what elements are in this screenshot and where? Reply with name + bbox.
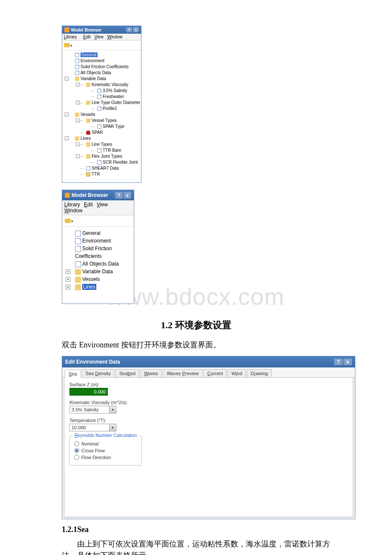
- tab-sea[interactable]: Sea: [65, 370, 81, 378]
- collapse-icon[interactable]: -: [76, 83, 80, 87]
- radio-nominal[interactable]: Nominal: [74, 441, 137, 446]
- radio-icon: [74, 455, 79, 460]
- menu-library[interactable]: Library: [64, 35, 80, 39]
- kinematic-viscosity-combo[interactable]: 3.5% Salinity ▼: [69, 406, 116, 413]
- tab-sea-density[interactable]: Sea Density: [82, 369, 115, 377]
- edit-environment-data-window: Edit Environment Data ? x Sea Sea Densit…: [62, 356, 355, 519]
- tree-item-spar[interactable]: SPAR: [80, 130, 139, 136]
- tree-item-kinematic-viscosity[interactable]: -Kinematic Viscosity 3.5% Salinity Fresh…: [80, 82, 139, 100]
- close-button[interactable]: x: [124, 192, 131, 199]
- surface-z-label: Surface Z (m):: [69, 382, 348, 387]
- folder-icon: [75, 269, 81, 275]
- tree-item-variable-data[interactable]: -Variable Data -Kinematic Viscosity 3.5%…: [69, 76, 139, 112]
- tree-item-variable-data[interactable]: +Variable Data: [66, 268, 131, 275]
- window-title: Model Browser: [72, 192, 108, 198]
- tree-item-line-types[interactable]: -Line Types TTR Bare: [80, 142, 139, 153]
- tree-item-line-type-outer[interactable]: -Line Type Outer Diameter Profile1: [80, 100, 139, 112]
- temperature-value: 10.000: [70, 424, 109, 431]
- tree-item-all-objects[interactable]: All Objects Data: [66, 260, 131, 268]
- window-title: Model Browser: [71, 28, 102, 32]
- tree-item-general[interactable]: General: [66, 229, 131, 237]
- tree-item-spar-type[interactable]: SPAR Type: [91, 124, 139, 130]
- collapse-icon[interactable]: -: [76, 101, 80, 104]
- toolbar: [62, 40, 141, 50]
- radio-cross-flow[interactable]: Cross Flow: [74, 448, 137, 453]
- model-browser-window-expanded: Model Browser ? x Library Edit View Wind…: [62, 26, 141, 183]
- window-titlebar[interactable]: Model Browser ? x: [62, 26, 141, 34]
- collapse-icon[interactable]: -: [65, 136, 69, 140]
- tab-drawing[interactable]: Drawing: [247, 369, 271, 377]
- close-button[interactable]: x: [133, 27, 139, 32]
- doc-icon: [75, 71, 79, 75]
- tree-item-all-objects[interactable]: All Objects Data: [69, 70, 139, 76]
- tab-wind[interactable]: Wind: [228, 369, 246, 377]
- temperature-combo[interactable]: 10.000 ▼: [69, 424, 116, 431]
- tree-item-profile1[interactable]: Profile1: [91, 106, 139, 112]
- collapse-icon[interactable]: -: [76, 142, 80, 146]
- window-titlebar[interactable]: Model Browser ? x: [62, 190, 134, 200]
- collapse-icon[interactable]: -: [65, 113, 69, 116]
- open-folder-icon[interactable]: [64, 43, 70, 47]
- help-button[interactable]: ?: [126, 27, 132, 32]
- tree-item-ttr[interactable]: TTR: [80, 171, 139, 177]
- surface-z-input[interactable]: 0.000: [69, 388, 108, 396]
- tab-waves[interactable]: Waves: [140, 369, 162, 377]
- tab-sea-body: Surface Z (m): 0.000 Kinematic Viscosity…: [64, 378, 353, 517]
- tree-item-freshwater[interactable]: Freshwater: [91, 94, 139, 100]
- tree-item-environment[interactable]: Environment: [69, 58, 139, 64]
- menu-view[interactable]: View: [94, 35, 104, 39]
- collapse-icon[interactable]: -: [76, 119, 80, 122]
- collapse-icon[interactable]: -: [76, 154, 80, 158]
- tree-item-vessels[interactable]: -Vessels -Vessel Types SPAR Type SPAR: [69, 112, 139, 136]
- expand-icon[interactable]: +: [66, 277, 70, 282]
- tree-item-general[interactable]: General: [69, 52, 139, 58]
- menu-view[interactable]: View: [97, 202, 108, 208]
- window-titlebar[interactable]: Edit Environment Data ? x: [62, 356, 355, 367]
- menu-edit[interactable]: Edit: [84, 202, 93, 208]
- chevron-down-icon[interactable]: ▼: [109, 406, 116, 413]
- doc-icon: [97, 107, 101, 111]
- help-button[interactable]: ?: [334, 358, 343, 365]
- tree-item-solid-friction[interactable]: Solid Friction Coefficients: [66, 245, 131, 260]
- menu-library[interactable]: Library: [64, 202, 80, 208]
- menu-window[interactable]: Window: [64, 208, 83, 214]
- collapse-icon[interactable]: -: [65, 77, 69, 81]
- kinematic-viscosity-value: 3.5% Salinity: [70, 406, 109, 413]
- tree-item-salinity[interactable]: 3.5% Salinity: [91, 88, 139, 94]
- menubar: Library Edit View Window: [62, 200, 134, 215]
- tree-item-vessels[interactable]: +Vessels: [66, 275, 131, 283]
- doc-icon: [75, 261, 81, 267]
- tab-current[interactable]: Current: [204, 369, 227, 377]
- menu-edit[interactable]: Edit: [83, 35, 90, 39]
- tree-item-ttr-bare[interactable]: TTR Bare: [91, 147, 139, 153]
- menu-window[interactable]: Window: [107, 35, 123, 39]
- open-folder-icon[interactable]: [65, 219, 71, 223]
- doc-icon: [97, 160, 101, 165]
- folder-icon: [75, 77, 79, 81]
- radio-flow-direction[interactable]: Flow Direction: [74, 455, 137, 460]
- tab-waves-preview[interactable]: Waves Preview: [163, 369, 202, 377]
- temperature-label: Temperature (°T):: [69, 418, 348, 423]
- close-button[interactable]: x: [343, 358, 352, 365]
- subsection-body: 由上到下可依次设置海平面位置，运动粘性系数，海水温度，雷诺数计算方法，具体如下面…: [62, 538, 330, 555]
- radio-icon: [74, 441, 79, 446]
- tree-item-lines[interactable]: +Lines: [66, 283, 131, 291]
- help-button[interactable]: ?: [115, 192, 123, 199]
- tree-item-shear7[interactable]: SHEAR7 Data: [80, 165, 139, 171]
- tree-item-flex-joint-types[interactable]: -Flex Joint Types SCR Flexible Joint: [80, 153, 139, 165]
- tree-item-environment[interactable]: Environment: [66, 237, 131, 245]
- expand-icon[interactable]: +: [66, 285, 70, 289]
- tree-item-lines[interactable]: -Lines -Line Types TTR Bare -Flex Joint …: [69, 136, 139, 177]
- tab-strip: Sea Sea Density Seabed Waves Waves Previ…: [62, 367, 355, 378]
- doc-icon: [97, 95, 101, 99]
- app-icon: [64, 27, 69, 32]
- chevron-down-icon[interactable]: ▼: [109, 424, 116, 431]
- tab-seabed[interactable]: Seabed: [115, 369, 139, 377]
- doc-icon: [75, 231, 81, 237]
- tree-item-solid-friction[interactable]: Solid Friction Coefficients: [69, 64, 139, 70]
- watermark-text: www.bdocx.com: [107, 283, 392, 310]
- expand-icon[interactable]: +: [66, 269, 70, 274]
- tree-item-scr-flexible[interactable]: SCR Flexible Joint: [91, 159, 139, 165]
- tree-item-vessel-types[interactable]: -Vessel Types SPAR Type: [80, 118, 139, 130]
- subsection-heading: 1.2.1Sea: [62, 525, 330, 534]
